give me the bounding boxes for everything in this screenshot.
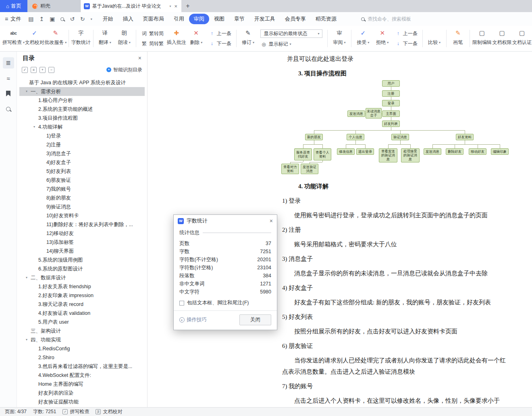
prev-comment-button[interactable]: ↑ 上一条 [209, 30, 231, 37]
toc-item[interactable]: 12)移动好友 [19, 229, 145, 238]
toc-item[interactable]: 9)验证消息 [19, 202, 145, 211]
export-icon[interactable]: ↥ [39, 16, 44, 22]
toc-item[interactable]: 2)注册 [19, 140, 145, 149]
toc-close-icon[interactable]: × [138, 55, 141, 61]
markup-state-select[interactable]: 显示标记的最终状态 ▾ [260, 29, 322, 38]
toc-item[interactable]: 2.Shiro [19, 353, 145, 362]
new-tab-button[interactable]: + [181, 0, 194, 12]
chevron-down-icon[interactable]: ▾ [30, 123, 38, 131]
quickbar-more-icon[interactable]: ▾ [91, 17, 92, 21]
dialog-titlebar[interactable]: W 字数统计 × [174, 215, 277, 227]
toc-item[interactable]: 1.RedisConfig [19, 344, 145, 353]
smart-toc-button[interactable]: ✦ 智能识别目录 [106, 67, 142, 73]
menu-tab-开发工具[interactable]: 开发工具 [249, 14, 280, 24]
toc-item[interactable]: 1.核心用户分析 [19, 96, 145, 105]
command-search[interactable]: 查找命令、搜索模板 [361, 16, 411, 23]
toc-item[interactable]: 14)聊天界面 [19, 247, 145, 256]
toc-item[interactable]: 4.WebSocket 配置文件: [19, 371, 145, 380]
menu-tab-审阅[interactable]: 审阅 [189, 14, 209, 24]
toc-item[interactable]: 3.项目操作流程图 [19, 114, 145, 123]
toc-item[interactable]: 6)朋友验证 [19, 176, 145, 185]
toc-item[interactable]: ▾二、数据库设计 [19, 273, 145, 282]
simp-to-trad-button[interactable]: 繁 简转繁 [141, 40, 164, 47]
toc-item[interactable]: ▾四、功能实现 [19, 335, 145, 344]
toc-item[interactable]: 8)新的朋友 [19, 193, 145, 202]
menu-tab-开始[interactable]: 开始 [98, 14, 118, 24]
toc-item[interactable]: 好友列表的渲染 [19, 389, 145, 397]
toc-item[interactable]: 3)消息盒子 [19, 149, 145, 158]
doc-proof-button[interactable]: ✓ 文档校对 [25, 26, 45, 51]
word-count-button[interactable]: 字 字数统计 [71, 26, 91, 51]
grade-service-button[interactable]: ✎ 批改服务▾ [44, 26, 66, 51]
save-icon[interactable]: ▤ [28, 16, 33, 22]
toc-expand-all-icon[interactable]: + [39, 67, 46, 73]
restrict-edit-button[interactable]: ▢ 限制编辑 [472, 26, 492, 51]
close-button[interactable]: 关闭 [239, 314, 271, 325]
menu-tab-插入[interactable]: 插入 [118, 14, 138, 24]
toc-level-icon[interactable]: ≡ [31, 67, 37, 73]
reject-button[interactable]: ✕ 拒绝▾ [373, 26, 392, 51]
toc-collapse-all-icon[interactable]: − [48, 67, 54, 73]
read-aloud-button[interactable]: 朗 朗读▾ [114, 26, 134, 51]
toc-item[interactable]: 4.好友验证表 validation [19, 309, 145, 318]
toc-item[interactable]: 7)我的账号 [19, 185, 145, 193]
toc-item[interactable]: 3.聊天记录表 record [19, 300, 145, 309]
next-change-button[interactable]: ↓ 下一条 [395, 40, 418, 47]
show-markup-button[interactable]: ◎ 显示标记 ▾ [260, 41, 322, 48]
trad-to-simp-button[interactable]: 词 繁转简 [141, 30, 164, 37]
toc-item[interactable]: 1)登录 [19, 131, 145, 140]
toc-item[interactable]: 2.好友印象表 impression [19, 291, 145, 300]
outline-pane-icon[interactable]: ≣ [3, 57, 14, 69]
spellcheck-toggle[interactable]: ✓ 拼写检查 [62, 408, 89, 415]
next-comment-button[interactable]: ↓ 下一条 [209, 40, 231, 47]
toc-item[interactable]: 基于 Java 的在线聊天 APP 系统分析及设计 [19, 78, 145, 87]
home-tab[interactable]: ⌂ 首页 [0, 0, 27, 12]
search-pane-icon[interactable] [3, 103, 14, 114]
review-button[interactable]: 审 审阅▾ [330, 26, 349, 51]
toc-item[interactable]: 4)好友盒子 [19, 158, 145, 167]
menu-tab-章节[interactable]: 章节 [229, 14, 249, 24]
include-textbox-checkbox[interactable]: 包括文本框、脚注和尾注(F) [179, 300, 271, 306]
toc-item[interactable]: Home 主界面的编写 [19, 380, 145, 389]
prev-change-button[interactable]: ↑ 上一条 [395, 30, 418, 37]
review-pane-icon[interactable]: ≈ [3, 73, 14, 84]
toc-item[interactable]: ▾4.功能详解 [19, 123, 145, 131]
toc-item[interactable]: 1.好友关系表 friendship [19, 282, 145, 291]
print-icon[interactable]: ▣ [50, 16, 55, 22]
menu-tab-稻壳资源[interactable]: 稻壳资源 [311, 14, 341, 24]
redo-icon[interactable]: ↻ [80, 16, 85, 22]
spellcheck-button[interactable]: abc 拼写检查▾ [2, 26, 25, 51]
toc-check-icon[interactable]: ✓ [22, 67, 28, 73]
toc-item[interactable]: 3.然后再来看过滤器的编写，这里主要是... [19, 362, 145, 371]
close-tab-icon[interactable]: × [173, 3, 178, 9]
toc-item[interactable]: 11)删除好友：将好友从列表中删除，... [19, 220, 145, 229]
doc-auth-button[interactable]: ▢ 文档认证 [512, 26, 532, 51]
menu-tab-会员专享[interactable]: 会员专享 [280, 14, 311, 24]
delete-comment-button[interactable]: ✕ 删除▾ [187, 26, 206, 51]
brush-button[interactable]: ✎ 画笔 [448, 26, 468, 51]
print-preview-icon[interactable] [60, 17, 64, 21]
tips-link[interactable]: ▸ 操作技巧 [179, 316, 207, 323]
insert-comment-button[interactable]: ✚ 插入批注 [166, 26, 187, 51]
toc-item[interactable]: 6.系统的原型图设计 [19, 264, 145, 273]
accept-button[interactable]: ✓ 接受▾ [353, 26, 373, 51]
compare-button[interactable]: 比较▾ [425, 26, 444, 51]
docer-tab[interactable]: 稻壳 [27, 0, 81, 12]
toc-item[interactable]: 2.系统的主要功能的概述 [19, 105, 145, 114]
toc-item[interactable]: 10)好友资料卡 [19, 211, 145, 220]
chevron-down-icon[interactable]: ▾ [23, 335, 31, 344]
toc-item[interactable]: 5.系统的顶级用例图 [19, 256, 145, 264]
revise-button[interactable]: ✎ 修订▾ [238, 26, 258, 51]
translate-button[interactable]: 译 翻译▾ [95, 26, 114, 51]
toc-item[interactable]: 5.用户表 user [19, 318, 145, 327]
toc-item[interactable]: 5)好友列表 [19, 167, 145, 176]
toc-item[interactable]: ▾一、需求分析 [19, 87, 145, 96]
toc-item[interactable]: 好友验证提醒功能 [19, 397, 145, 406]
menu-tab-页面布局[interactable]: 页面布局 [138, 14, 169, 24]
wordcount-indicator[interactable]: 字数: 7251 [33, 408, 56, 415]
doc-proof-toggle[interactable]: 文 文档校对 [96, 408, 122, 415]
chevron-down-icon[interactable]: ▾ [23, 87, 31, 96]
dialog-close-icon[interactable]: × [270, 218, 273, 224]
toc-item[interactable]: 三、架构设计 [19, 327, 145, 335]
undo-icon[interactable]: ↺ [70, 16, 75, 22]
